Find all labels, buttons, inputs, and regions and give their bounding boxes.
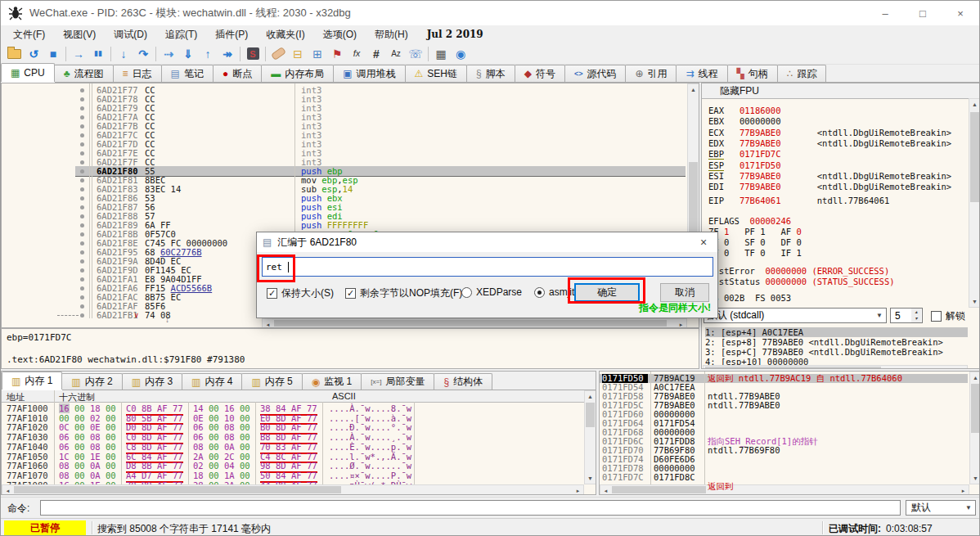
tab-handles[interactable]: ▚句柄 — [727, 65, 778, 82]
breakpoint-dot[interactable] — [80, 160, 84, 164]
registers-vscroll[interactable]: ▲▼ — [969, 98, 980, 308]
tab-symbols[interactable]: ◆符号 — [515, 65, 565, 82]
scroll-arrow-icon[interactable]: ▼ — [970, 473, 980, 484]
disasm-hscroll[interactable]: ◂▸ — [262, 318, 687, 328]
breakpoint-dot[interactable] — [80, 133, 84, 137]
labels-icon[interactable]: ⊞ — [308, 45, 327, 63]
stack-arg-row[interactable]: 3: [esp+C] 77B9ABE0 <ntdll.DbgUiRemoteBr… — [705, 347, 968, 357]
globe-icon[interactable]: ◉ — [451, 45, 470, 63]
dialog-titlebar[interactable]: ▤ 汇编于 6AD21F80 × — [257, 232, 717, 252]
scroll-arrow-icon[interactable]: ◂ — [600, 485, 611, 495]
tab-cpu[interactable]: ▦CPU — [1, 63, 55, 82]
arg-count-spinner[interactable]: 5 ▴▾ — [890, 308, 923, 323]
breakpoint-dot[interactable] — [80, 295, 84, 300]
breakpoint-dot[interactable] — [80, 88, 84, 92]
register-line[interactable]: EBP 0171FD7C — [708, 149, 781, 159]
breakpoint-dot[interactable] — [80, 241, 84, 245]
scroll-thumb[interactable] — [970, 112, 979, 202]
tab-breakpoints[interactable]: ●断点 — [213, 65, 262, 82]
stack-arg-row[interactable]: 1: [esp+4] A0C17EEA — [705, 327, 968, 337]
breakpoint-dot[interactable] — [80, 124, 84, 128]
tab-call-stack[interactable]: ▣调用堆栈 — [333, 65, 405, 82]
tab-dump-3[interactable]: ▥内存 3 — [122, 373, 182, 390]
tab-dump-1[interactable]: ▥内存 1 — [2, 372, 62, 390]
scroll-arrow-icon[interactable]: ▼ — [969, 296, 980, 307]
restart-icon[interactable]: ↺ — [24, 45, 43, 63]
scroll-arrow-icon[interactable]: ▸ — [676, 319, 686, 328]
breakpoint-dot[interactable] — [80, 169, 84, 173]
step-into-icon[interactable]: ↓ — [114, 45, 133, 63]
breakpoint-dot[interactable] — [80, 115, 84, 119]
register-line[interactable]: EDI 77B9ABE0 <ntdll.DbgUiRemoteBreakin> — [708, 182, 951, 191]
calling-convention-select[interactable]: 默认 (stdcall) ▼ — [704, 308, 887, 323]
dump-vscroll[interactable]: ▲▼ — [584, 390, 596, 484]
tab-memory-map[interactable]: ▬内存布局 — [261, 65, 334, 82]
register-line[interactable]: EBX 00000000 — [708, 116, 781, 126]
cancel-button[interactable]: 取消 — [660, 283, 709, 302]
register-line[interactable]: EDX 77B9ABE0 <ntdll.DbgUiRemoteBreakin> — [708, 138, 951, 148]
breakpoint-dot[interactable] — [80, 142, 84, 146]
comments-icon[interactable]: ⊟ — [288, 45, 308, 63]
breakpoint-dot[interactable] — [80, 205, 84, 209]
run-icon[interactable]: → — [69, 45, 88, 63]
register-line[interactable]: GS 002B FS 0053 — [708, 293, 791, 303]
skip-exceptions-icon[interactable]: S — [243, 45, 263, 63]
args-hscroll[interactable] — [703, 365, 968, 369]
register-line[interactable]: EAX 01186000 — [708, 106, 781, 115]
breakpoint-dot[interactable] — [80, 250, 84, 254]
close-button[interactable]: × — [942, 1, 979, 25]
assemble-instruction-input[interactable]: ret — [262, 257, 713, 277]
hide-fpu-button[interactable]: 隐藏FPU — [702, 83, 980, 99]
spinner-arrows-icon[interactable]: ▴▾ — [911, 309, 921, 322]
register-line[interactable]: ECX 77B9ABE0 <ntdll.DbgUiRemoteBreakin> — [708, 128, 951, 137]
tab-graph[interactable]: ♣流程图 — [54, 65, 114, 82]
menu-item-4[interactable]: 追踪(T) — [156, 25, 206, 44]
register-line[interactable]: LastStatus 00000000 (STATUS_SUCCESS) — [708, 277, 895, 286]
scroll-arrow-icon[interactable]: ◂ — [263, 319, 273, 328]
keep-size-checkbox[interactable]: ✓ 保持大小(S) — [267, 286, 334, 300]
scroll-thumb[interactable] — [705, 367, 881, 368]
breakpoint-dot[interactable] — [80, 196, 84, 200]
functions-icon[interactable]: fx — [347, 45, 366, 63]
command-input[interactable] — [40, 500, 901, 516]
breakpoint-dot[interactable] — [80, 277, 84, 282]
command-profile-select[interactable]: 默认 ▼ — [906, 500, 976, 516]
tab-dump-4[interactable]: ▥内存 4 — [182, 373, 242, 390]
menu-item-1[interactable]: 文件(F) — [4, 25, 54, 44]
tab-log[interactable]: ≡日志 — [113, 65, 162, 82]
register-line[interactable]: ESP 0171FD50 — [708, 160, 781, 170]
register-line[interactable]: OF 0 SF 0 DF 0 — [708, 237, 802, 247]
scroll-thumb[interactable] — [14, 486, 341, 493]
pause-icon[interactable]: ▮▮ — [88, 45, 108, 63]
menu-item-5[interactable]: 插件(P) — [206, 25, 257, 44]
tab-dump-2[interactable]: ▥内存 2 — [61, 373, 122, 390]
tab-struct[interactable]: §结构体 — [434, 373, 492, 390]
patch-icon[interactable] — [268, 45, 288, 63]
tab-watch-1[interactable]: ◉监视 1 — [302, 373, 362, 390]
breakpoint-dot[interactable] — [80, 214, 84, 218]
register-line[interactable]: ZF 1 PF 1 AF 0 — [708, 227, 802, 236]
tab-source[interactable]: <>源代码 — [564, 65, 627, 82]
xedparse-radio[interactable]: XEDParse — [461, 286, 522, 298]
scroll-arrow-icon[interactable]: ▲ — [969, 99, 980, 110]
calculator-icon[interactable]: ▦ — [431, 45, 451, 63]
stack-vscroll[interactable]: ▲▼ — [969, 372, 980, 484]
breakpoint-dot[interactable] — [80, 178, 84, 182]
stack-hscroll[interactable]: ◂▸ — [600, 484, 969, 495]
tab-references[interactable]: ⊕引用 — [625, 65, 677, 82]
breakpoint-dot[interactable] — [80, 106, 84, 110]
scroll-arrow-icon[interactable]: ▲ — [585, 391, 596, 402]
breakpoint-dot[interactable] — [80, 259, 84, 263]
tab-notes[interactable]: ▤笔记 — [161, 65, 214, 82]
hash-icon[interactable]: # — [366, 45, 386, 63]
scroll-thumb[interactable] — [586, 403, 595, 427]
fill-nop-checkbox[interactable]: ✓ 剩余字节以NOP填充(F) — [345, 286, 462, 300]
bookmarks-icon[interactable]: ⚑ — [327, 45, 347, 63]
breakpoint-dot[interactable] — [80, 232, 84, 236]
maximize-button[interactable]: □ — [904, 1, 942, 25]
step-over-icon[interactable]: ↷ — [133, 45, 153, 63]
minimize-button[interactable]: – — [866, 1, 904, 25]
tab-locals[interactable]: [x=]局部变量 — [361, 373, 434, 390]
breakpoint-dot[interactable] — [80, 223, 84, 227]
execute-till-return-icon[interactable]: ↑ — [198, 45, 218, 63]
